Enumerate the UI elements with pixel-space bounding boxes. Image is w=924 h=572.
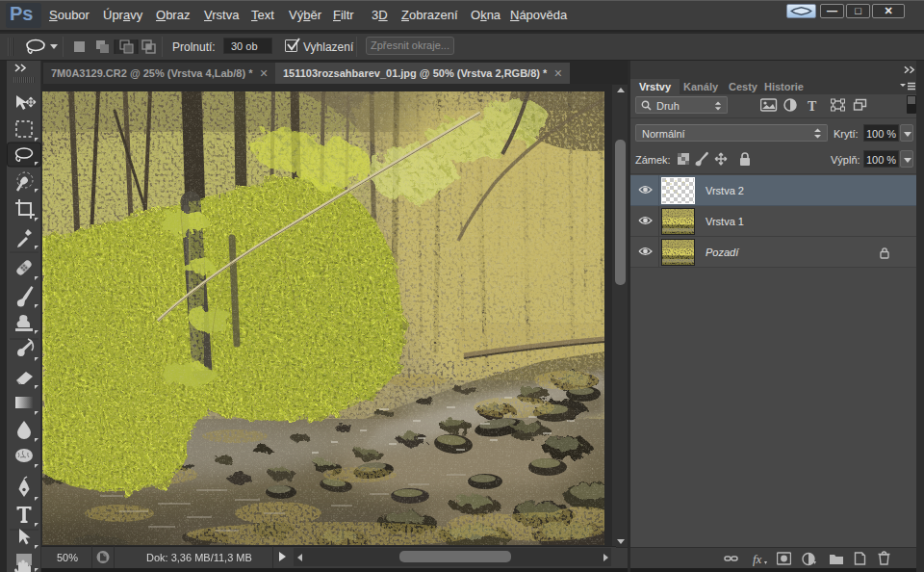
svg-text:fx: fx bbox=[753, 552, 762, 566]
svg-text:T: T bbox=[808, 99, 817, 113]
